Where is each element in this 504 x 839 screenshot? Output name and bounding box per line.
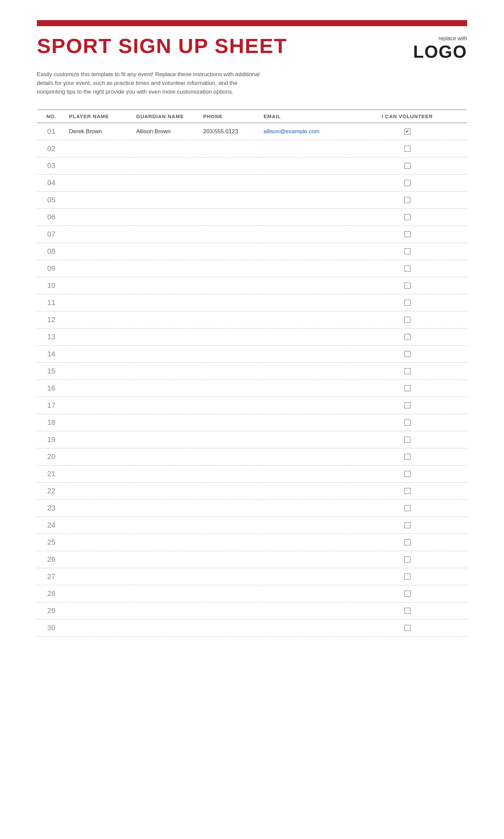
cell-volunteer[interactable] [349,208,467,226]
cell-guardian [134,517,201,534]
cell-volunteer[interactable] [349,226,467,243]
cell-volunteer[interactable] [349,363,467,380]
checkbox-unchecked-icon[interactable] [404,214,411,220]
checkbox-unchecked-icon[interactable] [404,265,411,272]
checkbox-unchecked-icon[interactable] [404,574,411,580]
cell-player [67,465,134,482]
cell-no: 30 [37,619,67,636]
cell-volunteer[interactable] [349,482,467,500]
checkbox-checked-icon[interactable]: ✔ [404,128,411,135]
cell-player [67,500,134,517]
cell-email [262,414,349,431]
checkbox-unchecked-icon[interactable] [404,402,411,408]
cell-volunteer[interactable] [349,585,467,602]
cell-volunteer[interactable] [349,414,467,431]
checkbox-unchecked-icon[interactable] [404,419,411,425]
checkbox-unchecked-icon[interactable] [404,591,411,597]
cell-volunteer[interactable] [349,517,467,534]
table-row: 30 [37,619,467,636]
cell-phone [201,260,262,277]
cell-volunteer[interactable] [349,345,467,363]
cell-player [67,328,134,345]
cell-volunteer[interactable] [349,260,467,277]
cell-volunteer[interactable] [349,534,467,551]
checkbox-unchecked-icon[interactable] [404,385,411,391]
checkbox-unchecked-icon[interactable] [404,300,411,306]
checkbox-unchecked-icon[interactable] [404,539,411,545]
cell-player [67,174,134,191]
checkbox-unchecked-icon[interactable] [404,180,411,186]
cell-volunteer[interactable] [349,277,467,294]
cell-volunteer[interactable] [349,448,467,465]
checkbox-unchecked-icon[interactable] [404,351,411,357]
cell-email [262,208,349,226]
cell-volunteer[interactable]: ✔ [349,123,467,140]
cell-player [67,294,134,311]
cell-volunteer[interactable] [349,174,467,191]
cell-volunteer[interactable] [349,140,467,157]
cell-guardian [134,585,201,602]
cell-phone [201,345,262,363]
checkbox-unchecked-icon[interactable] [404,248,411,255]
cell-volunteer[interactable] [349,465,467,482]
cell-phone [201,208,262,226]
cell-no: 08 [37,243,67,260]
cell-volunteer[interactable] [349,191,467,208]
cell-volunteer[interactable] [349,243,467,260]
cell-guardian [134,311,201,328]
checkbox-unchecked-icon[interactable] [404,146,411,152]
cell-guardian [134,260,201,277]
table-row: 21 [37,465,467,482]
cell-volunteer[interactable] [349,294,467,311]
checkbox-unchecked-icon[interactable] [404,163,411,169]
cell-volunteer[interactable] [349,157,467,174]
email-link[interactable]: allison@example.com [264,128,320,135]
cell-volunteer[interactable] [349,431,467,448]
cell-volunteer[interactable] [349,551,467,568]
checkbox-unchecked-icon[interactable] [404,625,411,631]
cell-phone [201,585,262,602]
checkbox-unchecked-icon[interactable] [404,471,411,477]
logo-text: LOGO [413,42,467,62]
cell-player [67,602,134,619]
cell-volunteer[interactable] [349,397,467,414]
checkbox-unchecked-icon[interactable] [404,505,411,511]
cell-no: 16 [37,380,67,397]
checkbox-unchecked-icon[interactable] [404,334,411,340]
cell-no: 24 [37,517,67,534]
checkbox-unchecked-icon[interactable] [404,231,411,237]
cell-volunteer[interactable] [349,311,467,328]
cell-email [262,534,349,551]
checkbox-unchecked-icon[interactable] [404,368,411,374]
cell-volunteer[interactable] [349,328,467,345]
cell-volunteer[interactable] [349,500,467,517]
cell-volunteer[interactable] [349,619,467,636]
header-email: EMAIL [262,110,349,123]
cell-volunteer[interactable] [349,602,467,619]
checkbox-unchecked-icon[interactable] [404,454,411,460]
cell-email [262,243,349,260]
checkbox-unchecked-icon[interactable] [404,608,411,614]
checkbox-unchecked-icon[interactable] [404,317,411,323]
cell-guardian [134,277,201,294]
cell-volunteer[interactable] [349,568,467,585]
cell-volunteer[interactable] [349,380,467,397]
cell-no: 25 [37,534,67,551]
cell-no: 18 [37,414,67,431]
cell-no: 20 [37,448,67,465]
checkbox-unchecked-icon[interactable] [404,197,411,203]
checkbox-unchecked-icon[interactable] [404,283,411,289]
cell-email [262,191,349,208]
checkbox-unchecked-icon[interactable] [404,556,411,562]
cell-player [67,363,134,380]
checkbox-unchecked-icon[interactable] [404,488,411,494]
cell-player [67,140,134,157]
cell-phone [201,551,262,568]
cell-email [262,345,349,363]
checkbox-unchecked-icon[interactable] [404,437,411,443]
cell-email [262,448,349,465]
cell-guardian [134,345,201,363]
checkbox-unchecked-icon[interactable] [404,522,411,528]
cell-player [67,208,134,226]
cell-no: 03 [37,157,67,174]
